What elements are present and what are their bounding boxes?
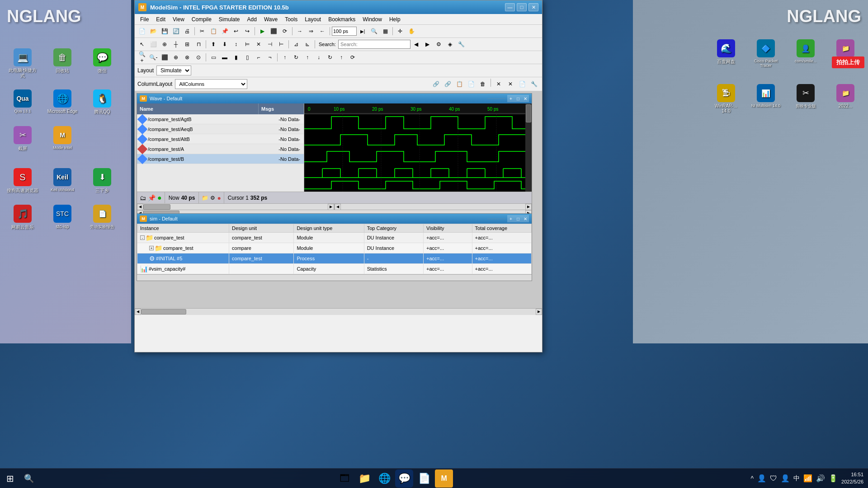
menu-file[interactable]: File — [137, 15, 152, 23]
tb-run[interactable]: ▶ — [257, 26, 267, 36]
taskbar-icon-edge[interactable]: 🌐 — [375, 469, 393, 488]
tb3-cursor6[interactable]: ↑ — [336, 52, 346, 62]
tb2-wave1[interactable]: ⊓ — [193, 39, 203, 49]
desktop-icon-edge[interactable]: 🌐 Microsoft Edge — [44, 88, 80, 117]
sim-add-btn[interactable]: + — [507, 215, 514, 222]
wave-vscroll-thumb[interactable] — [526, 104, 531, 122]
sim-row-1[interactable]: + 📁 compare_test compare Module DU Insta… — [137, 243, 532, 253]
desktop-icon-computer[interactable]: 💻 此电脑·快捷方式 — [5, 47, 41, 80]
desktop-icon-stcisp[interactable]: STC stc-isp — [44, 203, 80, 232]
tb-run-for[interactable]: ▶| — [358, 26, 368, 36]
tb2-x[interactable]: ✕ — [254, 39, 264, 49]
menu-window[interactable]: Window — [359, 15, 386, 23]
desktop-icon-modelsim[interactable]: M Mode Intel — [44, 124, 80, 154]
tray-sound-icon[interactable]: 🔊 — [816, 474, 825, 483]
sim-max-btn[interactable]: □ — [514, 215, 522, 222]
tb-cut[interactable]: ✂ — [197, 26, 207, 36]
sim-table-container[interactable]: Instance Design unit Design unit type To… — [137, 224, 532, 274]
minimize-button[interactable]: — — [505, 3, 515, 11]
tb-step2[interactable]: ⇒ — [306, 26, 316, 36]
tb-refresh[interactable]: 🔄 — [171, 26, 181, 36]
tb3-cursor2[interactable]: ↻ — [291, 52, 301, 62]
main-scroll-thumb[interactable] — [141, 309, 186, 314]
tb-redo[interactable]: ↪ — [242, 26, 252, 36]
tb2-falling[interactable]: ⬇ — [220, 39, 230, 49]
tray-battery-icon[interactable]: 🔋 — [829, 474, 838, 483]
tb3-cursor3[interactable]: ↑ — [302, 52, 312, 62]
tb-paste[interactable]: 📌 — [220, 26, 230, 36]
desktop-icon-winrar[interactable]: 🗜 WinRAR-... 14.0 — [708, 82, 744, 115]
signal-row-1[interactable]: /compare_test/AeqB -No Data- — [137, 124, 304, 134]
sim-row-3[interactable]: 📊 #vsim_capacity# Capacity Statistics +a… — [137, 264, 532, 274]
desktop-icon-recycle[interactable]: 🗑 回收站 — [44, 47, 80, 80]
tb-cursor[interactable]: ✛ — [395, 26, 405, 36]
main-scroll-left[interactable]: ◀ — [135, 309, 141, 315]
tb3-zoom3[interactable]: ⊙ — [193, 52, 203, 62]
layout-select[interactable]: Simulate Debug — [156, 66, 191, 75]
tb2-rect[interactable]: ⬜ — [148, 39, 158, 49]
col-tb-2[interactable]: 🔗 — [443, 79, 453, 89]
tb2-zoom[interactable]: ⊕ — [160, 39, 170, 49]
menu-compile[interactable]: Compile — [188, 15, 215, 23]
wave-status-icon3[interactable]: ● — [157, 194, 162, 202]
desktop-icon-sougou[interactable]: S 搜狗高速浏览器 — [5, 166, 41, 196]
menu-wave[interactable]: Wave — [260, 15, 281, 23]
wave-max-btn[interactable]: □ — [514, 95, 522, 102]
tb3-zoomin[interactable]: 🔍+ — [137, 52, 147, 62]
expand-btn-0[interactable]: - — [140, 235, 145, 240]
tb-wave-layout[interactable]: ▦ — [380, 26, 390, 36]
tb3-wave-h3[interactable]: ▮ — [231, 52, 241, 62]
tb2-any[interactable]: ⊨ — [242, 39, 252, 49]
tb-copy[interactable]: 📋 — [208, 26, 218, 36]
tb-print[interactable]: 🖨 — [182, 26, 192, 36]
col-tb-9[interactable]: 🔧 — [529, 79, 539, 89]
col-tb-1[interactable]: 🔗 — [431, 79, 441, 89]
menu-tools[interactable]: Tools — [281, 15, 301, 23]
tb3-cursor1[interactable]: ↑ — [280, 52, 290, 62]
taskbar-icon-modelsim-taskbar[interactable]: M — [435, 469, 453, 488]
taskbar-icon-filemgr[interactable]: 📁 — [355, 469, 373, 488]
wave-hscroll[interactable]: ◀ ▶ ◀ ▶ — [137, 203, 532, 210]
col-tb-3[interactable]: 📋 — [454, 79, 464, 89]
search-opt1[interactable]: ◈ — [445, 39, 455, 49]
signal-row-0[interactable]: /compare_test/AgtB -No Data- — [137, 114, 304, 124]
col-tb-4[interactable]: 📄 — [466, 79, 476, 89]
wave-status-red-icon[interactable]: ● — [217, 194, 221, 202]
signal-row-4[interactable]: /compare_test/B -No Data- — [137, 154, 304, 164]
desktop-icon-jianying[interactable]: ✂ 剪映专业版 — [788, 82, 824, 115]
main-scroll-right[interactable]: ▶ — [536, 309, 542, 315]
desktop-icon-3down[interactable]: ⬇ 三下乡 — [84, 166, 120, 196]
search-button[interactable]: 🔍 — [20, 469, 38, 488]
csdn-upload-banner[interactable]: 拍拍上传 — [832, 56, 864, 68]
scroll-left-btn[interactable]: ◀ — [137, 204, 143, 210]
column-layout-select[interactable]: AllColumns — [175, 79, 247, 89]
desktop-icon-neteasy[interactable]: 🎵 网易云音乐 — [5, 203, 41, 232]
run-length-input[interactable] — [332, 27, 357, 36]
tb-undo[interactable]: ↩ — [231, 26, 241, 36]
tb2-hz[interactable]: ⊣ — [265, 39, 275, 49]
tb-restart[interactable]: ⟳ — [280, 26, 290, 36]
tray-user-icon[interactable]: 👤 — [757, 474, 766, 483]
desktop-icon-community[interactable]: 👤 com/smile... — [788, 38, 824, 70]
scroll-left2-btn[interactable]: ◀ — [335, 204, 341, 210]
tb3-zoom1[interactable]: ⊕ — [171, 52, 181, 62]
col-tb-5[interactable]: 🗑 — [478, 79, 488, 89]
menu-simulate[interactable]: Simulate — [215, 15, 244, 23]
tb3-zoomfit[interactable]: ⬛ — [160, 52, 170, 62]
tray-lang-icon[interactable]: 中 — [793, 474, 800, 483]
col-tb-7[interactable]: ✕ — [505, 79, 515, 89]
search-opt2[interactable]: 🔧 — [457, 39, 467, 49]
tray-chevron-icon[interactable]: ^ — [750, 475, 754, 482]
sim-row-2[interactable]: ⚙ #INITIAL #5 compare_test Process - +ac… — [137, 253, 532, 264]
tb3-wave-h1[interactable]: ▭ — [208, 52, 218, 62]
scroll-right2-btn[interactable]: ▶ — [525, 204, 532, 210]
hscroll-thumb[interactable] — [143, 204, 170, 210]
close-button[interactable]: ✕ — [528, 3, 538, 11]
col-tb-6[interactable]: ✕ — [494, 79, 504, 89]
tb2-select[interactable]: ↖ — [137, 39, 147, 49]
wave-gear-icon[interactable]: ⚙ — [210, 195, 215, 201]
tb2-neg[interactable]: ⊾ — [302, 39, 312, 49]
tb3-zoom2[interactable]: ⊗ — [182, 52, 192, 62]
tb2-rising[interactable]: ⬆ — [208, 39, 218, 49]
signal-row-2[interactable]: /compare_test/AltB -No Data- — [137, 134, 304, 144]
